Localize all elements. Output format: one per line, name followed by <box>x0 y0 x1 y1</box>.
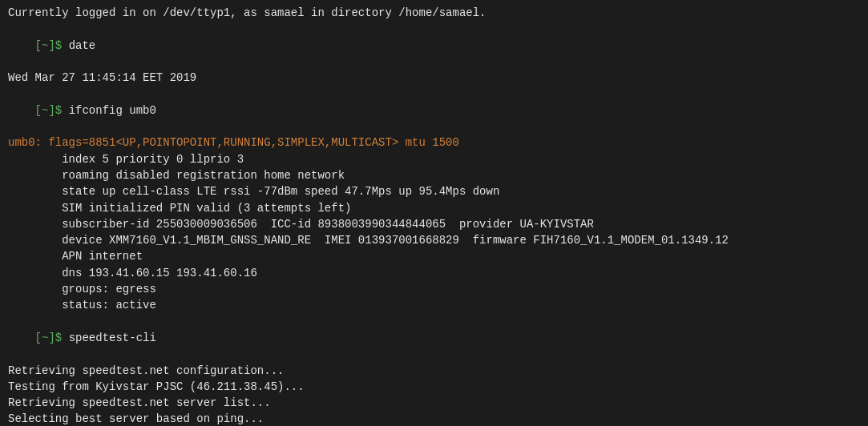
ifconfig-line-3: roaming disabled registration home netwo… <box>8 167 860 183</box>
terminal-window[interactable]: Currently logged in on /dev/ttyp1, as sa… <box>0 0 868 426</box>
ifconfig-command: ifconfig umb0 <box>69 104 156 117</box>
prompt-indicator-2: [~]$ <box>35 104 69 117</box>
ifconfig-line-8: APN internet <box>8 248 860 264</box>
ifconfig-line-10: groups: egress <box>8 281 860 297</box>
prompt-indicator-3: [~]$ <box>35 332 69 344</box>
ifconfig-line-6: subscriber-id 255030009036506 ICC-id 893… <box>8 216 860 232</box>
ifconfig-line-2: index 5 priority 0 llprio 3 <box>8 151 860 167</box>
prompt-date-line: [~]$ date <box>8 21 860 70</box>
login-info-line: Currently logged in on /dev/ttyp1, as sa… <box>8 5 860 21</box>
ifconfig-line-1: umb0: flags=8851<UP,POINTOPOINT,RUNNING,… <box>8 135 860 151</box>
prompt-indicator: [~]$ <box>35 39 69 52</box>
date-command: date <box>69 39 96 52</box>
speed-line-4: Selecting best server based on ping... <box>8 411 860 426</box>
ifconfig-line-9: dns 193.41.60.15 193.41.60.16 <box>8 265 860 281</box>
ifconfig-line-4: state up cell-class LTE rssi -77dBm spee… <box>8 183 860 199</box>
ifconfig-line-5: SIM initialized PIN valid (3 attempts le… <box>8 200 860 216</box>
ifconfig-line-7: device XMM7160_V1.1_MBIM_GNSS_NAND_RE IM… <box>8 232 860 248</box>
speed-line-1: Retrieving speedtest.net configuration..… <box>8 363 860 379</box>
ifconfig-line-11: status: active <box>8 297 860 313</box>
prompt-speedtest-line: [~]$ speedtest-cli <box>8 314 860 363</box>
date-output-line: Wed Mar 27 11:45:14 EET 2019 <box>8 70 860 86</box>
speed-line-2: Testing from Kyivstar PJSC (46.211.38.45… <box>8 379 860 395</box>
prompt-ifconfig-line: [~]$ ifconfig umb0 <box>8 86 860 135</box>
speed-line-3: Retrieving speedtest.net server list... <box>8 395 860 411</box>
speedtest-command: speedtest-cli <box>69 332 156 344</box>
